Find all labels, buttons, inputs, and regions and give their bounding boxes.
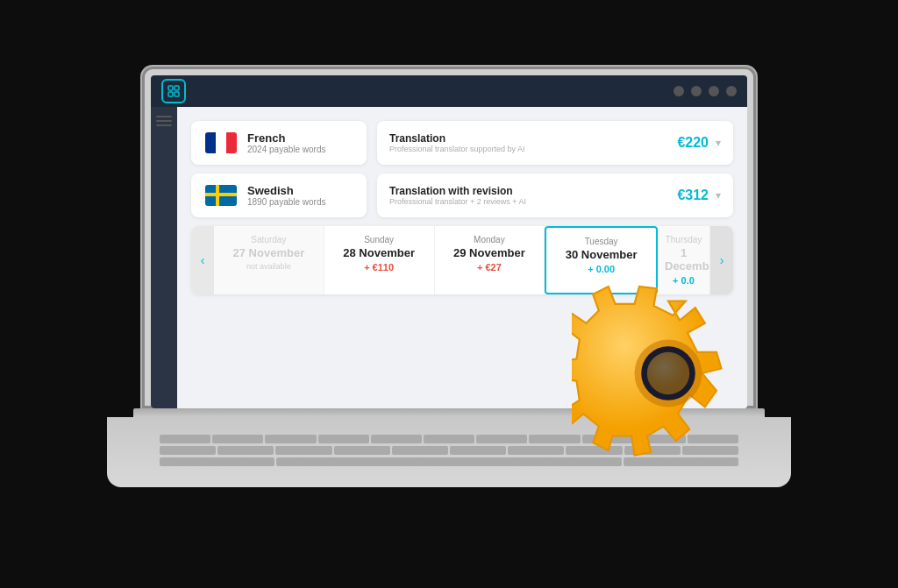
key [265, 435, 316, 443]
monday-name: Monday [442, 235, 538, 244]
key [476, 435, 527, 443]
titlebar-dot-1 [674, 86, 684, 96]
swedish-language-row: Swedish 1890 payable words Translation w… [191, 174, 733, 217]
swedish-lang-info: Swedish 1890 payable words [247, 184, 353, 207]
french-language-row: French 2024 payable words Translation Pr… [191, 121, 733, 165]
saturday-unavailable: not available [221, 262, 317, 271]
tuesday-price: + 0.00 [553, 264, 649, 274]
key [212, 435, 263, 443]
calendar-prev-button[interactable]: ‹ [191, 226, 214, 294]
svg-rect-2 [168, 92, 173, 96]
french-lang-name: French [247, 131, 353, 145]
swedish-chevron-icon[interactable]: ▾ [716, 189, 721, 202]
calendar-day-sunday[interactable]: Sunday 28 November + €110 [324, 226, 435, 294]
titlebar-dot-4 [726, 86, 737, 96]
swedish-lang-name: Swedish [247, 184, 353, 197]
swedish-service-name: Translation with revision [389, 185, 677, 197]
french-lang-words: 2024 payable words [247, 145, 353, 154]
french-service-name: Translation [389, 132, 677, 145]
sidebar-grip-icon [156, 116, 172, 128]
titlebar-dots [674, 86, 737, 96]
scene: French 2024 payable words Translation Pr… [0, 0, 898, 588]
key [160, 435, 210, 443]
sunday-date: 28 November [331, 246, 427, 259]
key [275, 446, 331, 455]
swedish-service-price: €312 [677, 188, 709, 203]
key [217, 446, 274, 455]
sunday-name: Sunday [331, 235, 427, 244]
key [160, 446, 216, 455]
thursday-name: Thursday [665, 235, 702, 244]
tuesday-name: Tuesday [553, 237, 649, 246]
french-chevron-icon[interactable]: ▾ [716, 137, 721, 149]
key [334, 446, 390, 455]
key [318, 435, 369, 443]
svg-rect-3 [175, 92, 179, 96]
svg-rect-1 [175, 86, 179, 90]
key [424, 435, 474, 443]
monday-date: 29 November [442, 246, 538, 259]
app-logo-icon [161, 79, 186, 103]
svg-point-6 [647, 351, 689, 393]
saturday-name: Saturday [221, 235, 317, 244]
french-lang-info: French 2024 payable words [247, 131, 353, 154]
swedish-service-desc: Professional translator + 2 reviews + AI [389, 197, 677, 206]
swedish-service-card: Translation with revision Professional t… [377, 174, 733, 217]
french-flag-icon [205, 132, 237, 153]
sunday-price: + €110 [331, 262, 427, 273]
french-language-card: French 2024 payable words [191, 121, 367, 165]
titlebar-dot-2 [691, 86, 702, 96]
swedish-flag-icon [205, 185, 237, 206]
spacebar-key [276, 457, 622, 466]
french-service-desc: Professional translator supported by AI [389, 145, 677, 153]
monday-price: + €27 [442, 262, 538, 273]
swedish-language-card: Swedish 1890 payable words [191, 174, 367, 217]
svg-rect-0 [168, 86, 173, 90]
swedish-lang-words: 1890 payable words [247, 197, 353, 207]
tuesday-date: 30 November [553, 248, 649, 261]
french-service-info: Translation Professional translator supp… [389, 132, 677, 153]
titlebar [151, 75, 747, 107]
key [392, 446, 448, 455]
french-service-price: €220 [677, 135, 709, 151]
saturday-date: 27 November [221, 246, 317, 259]
key [371, 435, 422, 443]
sidebar [151, 107, 177, 408]
calendar-day-monday[interactable]: Monday 29 November + €27 [435, 226, 545, 294]
titlebar-dot-3 [709, 86, 719, 96]
gear-decoration [572, 277, 765, 470]
key [508, 446, 564, 455]
key [450, 446, 506, 455]
laptop: French 2024 payable words Translation Pr… [107, 67, 791, 522]
french-service-card: Translation Professional translator supp… [377, 121, 733, 165]
calendar-day-saturday[interactable]: Saturday 27 November not available [214, 226, 324, 294]
thursday-date: 1 December [665, 246, 702, 273]
key [160, 457, 274, 466]
swedish-service-info: Translation with revision Professional t… [389, 185, 677, 206]
